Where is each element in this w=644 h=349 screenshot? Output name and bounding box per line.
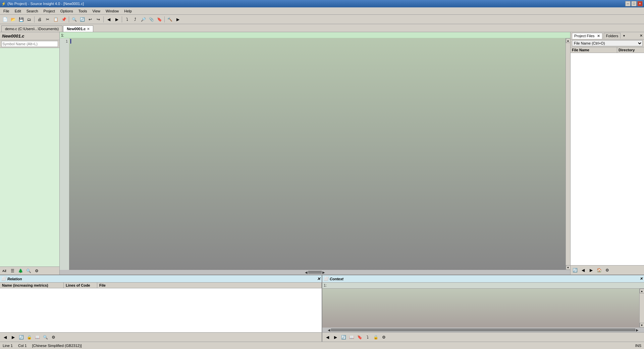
ctx-forward-btn[interactable]: ▶ — [332, 334, 339, 341]
editor-hscrollbar[interactable]: ◀ ▶ — [60, 270, 570, 275]
main-toolbar: 📄 📂 💾 🗂 🖨 ✂ 📋 📌 🔍 🔄 ↩ ↪ ◀ ▶ ⤵ ⤴ 🔎 📎 🔖 🔨 … — [0, 15, 644, 24]
close-button[interactable]: ✕ — [637, 1, 643, 6]
ctx-refresh-btn[interactable]: 🔄 — [340, 334, 347, 341]
project-files-tab-close[interactable]: ✕ — [597, 34, 600, 38]
vscroll-down-btn[interactable]: ▼ — [566, 265, 571, 270]
ctx-bookmark-btn[interactable]: 🔖 — [356, 334, 363, 341]
right-home-btn[interactable]: 🏠 — [595, 267, 603, 274]
search-btn[interactable]: 🔍 — [70, 16, 78, 23]
col-filename: File Name — [571, 47, 617, 53]
rel-col-name: Name (increasing metrics) — [0, 283, 64, 288]
rel-forward-btn[interactable]: ▶ — [9, 334, 17, 341]
ctx-jump-btn[interactable]: ⤵ — [364, 334, 371, 341]
ctx-hscroll-thumb[interactable] — [331, 329, 635, 331]
sort-az-btn[interactable]: AZ — [1, 267, 8, 275]
relation-close-btn[interactable]: ✕ — [317, 277, 320, 281]
rel-col-lines: Lines of Code — [64, 283, 97, 288]
save-all-btn[interactable]: 🗂 — [25, 16, 33, 23]
rel-back-btn[interactable]: ◀ — [1, 334, 9, 341]
filter-btn[interactable]: 🔍 — [25, 267, 32, 275]
ref-btn[interactable]: 📎 — [148, 16, 155, 23]
paste-btn[interactable]: 📌 — [60, 16, 67, 23]
right-panel-close-btn[interactable]: ✕ — [640, 34, 643, 38]
browse-btn[interactable]: 🔎 — [140, 16, 147, 23]
settings-btn[interactable]: ⚙ — [33, 267, 40, 275]
minimize-button[interactable]: ─ — [625, 1, 631, 6]
right-settings-btn[interactable]: ⚙ — [603, 267, 611, 274]
folders-dropdown-icon[interactable]: ▾ — [623, 34, 625, 38]
menu-options[interactable]: Options — [58, 8, 76, 14]
ctx-browse-btn[interactable]: 📖 — [348, 334, 355, 341]
ctx-lock-btn[interactable]: 🔒 — [372, 334, 379, 341]
ctx-settings-btn[interactable]: ⚙ — [380, 334, 387, 341]
rel-settings-btn[interactable]: ⚙ — [50, 334, 57, 341]
replace-btn[interactable]: 🔄 — [78, 16, 86, 23]
context-vscrollbar[interactable]: ▲ ▼ — [639, 289, 644, 328]
menu-search[interactable]: Search — [24, 8, 41, 14]
back-btn[interactable]: ◀ — [105, 16, 112, 23]
run-btn[interactable]: ▶ — [174, 16, 181, 23]
copy-btn[interactable]: 📋 — [52, 16, 59, 23]
menu-window[interactable]: Window — [103, 8, 121, 14]
right-refresh-btn[interactable]: 🔄 — [571, 267, 579, 274]
project-files-tab-label: Project Files — [574, 34, 595, 38]
menu-file[interactable]: File — [1, 8, 12, 14]
tree-view-btn[interactable]: 🌲 — [17, 267, 24, 275]
rel-refresh-btn[interactable]: 🔄 — [17, 334, 25, 341]
rel-lock-btn[interactable]: 🔒 — [25, 334, 33, 341]
rel-bookmark-btn[interactable]: 📖 — [34, 334, 41, 341]
print-btn[interactable]: 🖨 — [36, 16, 43, 23]
restore-button[interactable]: □ — [631, 1, 637, 6]
new-file-btn[interactable]: 📄 — [1, 16, 9, 23]
ctx-hscroll-right-btn[interactable]: ▶ — [635, 328, 639, 332]
tab-demo[interactable]: demo.c (C:\Users\...\Documents) — [1, 25, 62, 32]
vscroll-up-btn[interactable]: ▲ — [566, 38, 571, 43]
hscroll-right-btn[interactable]: ▶ — [322, 271, 326, 274]
bookmark-btn[interactable]: 🔖 — [156, 16, 163, 23]
title-bar: ⚡ (No Project) - Source Insight 4.0 - [N… — [0, 0, 644, 7]
redo-btn[interactable]: ↪ — [95, 16, 102, 23]
open-file-btn[interactable]: 📂 — [9, 16, 17, 23]
folders-tab[interactable]: Folders — [604, 33, 621, 39]
rel-search-btn[interactable]: 🔍 — [42, 334, 49, 341]
jump-to-decl-btn[interactable]: ⤴ — [131, 16, 139, 23]
tab-new0001[interactable]: New0001.c ✕ — [63, 25, 93, 32]
hscroll-left-btn[interactable]: ◀ — [304, 271, 308, 274]
right-panel-header: Project Files ✕ Folders ▾ ✕ — [571, 32, 644, 40]
tab-new0001-label: New0001.c — [67, 27, 86, 31]
right-back-btn[interactable]: ◀ — [579, 267, 587, 274]
hscroll-thumb[interactable] — [308, 271, 322, 274]
forward-btn[interactable]: ▶ — [113, 16, 120, 23]
menu-edit[interactable]: Edit — [12, 8, 24, 14]
menu-tools[interactable]: Tools — [76, 8, 90, 14]
build-btn[interactable]: 🔨 — [166, 16, 173, 23]
menu-view[interactable]: View — [90, 8, 103, 14]
file-list-header: File Name Directory — [571, 47, 644, 53]
list-view-btn[interactable]: ☰ — [9, 267, 16, 275]
right-forward-btn[interactable]: ▶ — [587, 267, 595, 274]
ctx-vscroll-down-btn[interactable]: ▼ — [640, 323, 644, 328]
menu-project[interactable]: Project — [41, 8, 58, 14]
ctx-back-btn[interactable]: ◀ — [324, 334, 331, 341]
context-body[interactable]: ▲ ▼ — [322, 289, 644, 328]
status-line: Line 1 — [3, 344, 13, 348]
status-bar: Line 1 Col 1 [Chinese Simplified (GB2312… — [0, 342, 644, 349]
file-search-select[interactable]: File Name (Ctrl+O) — [572, 40, 643, 46]
ctx-vscroll-up-btn[interactable]: ▲ — [640, 289, 644, 293]
editor-line-number: 1: — [61, 33, 64, 37]
context-hscrollbar[interactable]: ◀ ▶ — [322, 328, 644, 332]
jump-to-def-btn[interactable]: ⤵ — [123, 16, 131, 23]
cut-btn[interactable]: ✂ — [44, 16, 51, 23]
project-files-tab[interactable]: Project Files ✕ — [572, 33, 602, 39]
save-btn[interactable]: 💾 — [17, 16, 25, 23]
symbol-search-input[interactable] — [1, 41, 58, 47]
file-search-bar: File Name (Ctrl+O) — [571, 40, 644, 47]
context-close-btn[interactable]: ✕ — [640, 277, 643, 281]
ctx-hscroll-left-btn[interactable]: ◀ — [327, 328, 331, 332]
undo-btn[interactable]: ↩ — [87, 16, 94, 23]
status-encoding: [Chinese Simplified (GB2312)] — [32, 344, 82, 348]
menu-help[interactable]: Help — [121, 8, 135, 14]
tab-new0001-close[interactable]: ✕ — [87, 27, 90, 31]
editor-vscrollbar[interactable]: ▲ ▼ — [566, 38, 570, 270]
editor-content[interactable]: 1 ▲ ▼ — [60, 38, 570, 270]
